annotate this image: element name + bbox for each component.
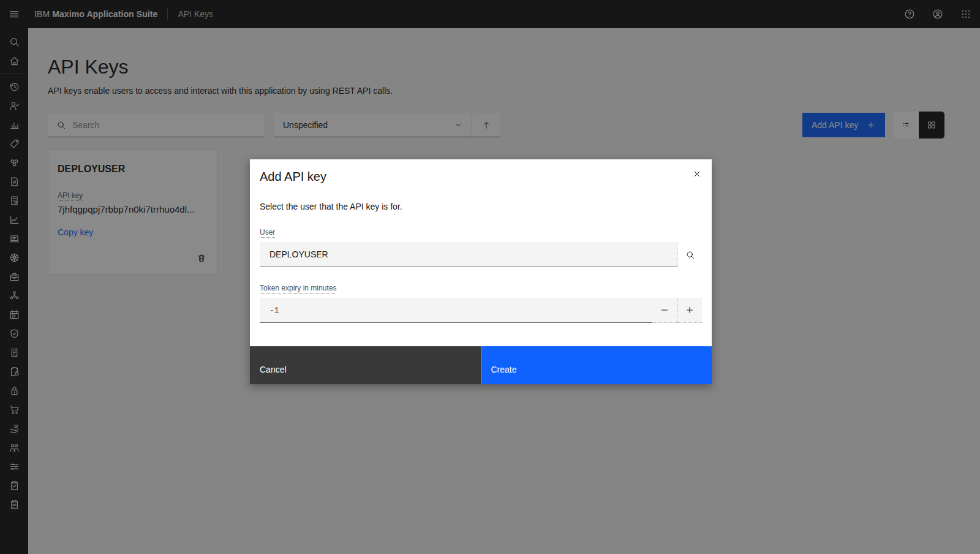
close-icon	[692, 169, 702, 179]
token-expiry-row	[260, 298, 702, 323]
modal-close-button[interactable]	[685, 162, 709, 186]
increment-button[interactable]	[677, 298, 702, 323]
user-input[interactable]	[260, 242, 677, 267]
cancel-button[interactable]: Cancel	[250, 346, 481, 384]
token-expiry-input[interactable]	[260, 298, 652, 323]
user-field-label: User	[260, 228, 275, 238]
token-expiry-label: Token expiry in minutes	[260, 284, 336, 294]
user-search-button[interactable]	[677, 242, 702, 267]
user-field-row	[260, 242, 702, 267]
add-api-key-modal: Add API key Select the user that the API…	[250, 159, 712, 384]
user-search-icon	[685, 250, 695, 260]
minus-icon	[660, 305, 669, 315]
create-button[interactable]: Create	[481, 346, 712, 384]
modal-description: Select the user that the API key is for.	[250, 202, 712, 211]
decrement-button[interactable]	[652, 298, 677, 323]
plus-stepper-icon	[685, 305, 695, 315]
modal-footer: Cancel Create	[250, 346, 712, 384]
modal-title: Add API key	[250, 159, 712, 184]
